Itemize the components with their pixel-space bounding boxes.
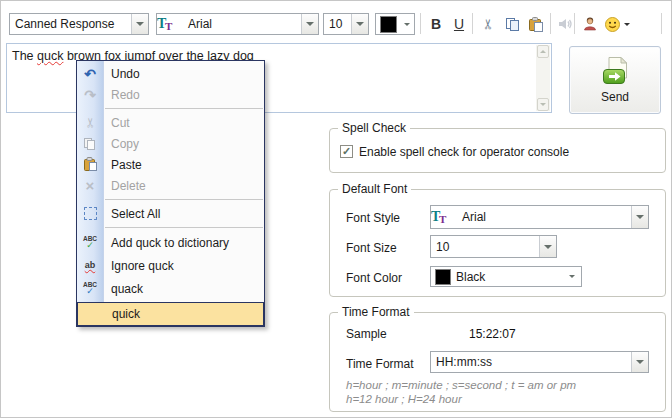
default-font-group-title: Default Font	[338, 182, 411, 196]
canned-response-dropdown-button[interactable]	[131, 14, 148, 34]
suggestion-check-icon: ABC ✓	[83, 282, 97, 296]
color-swatch-icon	[380, 16, 397, 33]
paste-button[interactable]	[525, 13, 547, 35]
default-font-size-value: 10	[431, 240, 539, 254]
delete-icon: ×	[86, 178, 95, 193]
font-style-dropdown-button[interactable]	[631, 206, 648, 228]
menu-separator	[105, 108, 263, 109]
send-icon	[598, 56, 632, 87]
toolbar-separator	[472, 13, 473, 34]
time-format-dropdown-button[interactable]	[631, 352, 648, 372]
operator-icon	[582, 16, 598, 32]
font-color-label: Font Color	[346, 271, 402, 285]
font-size-value: 10	[324, 17, 351, 31]
time-format-note-line2: h=12 hour ; H=24 hour	[346, 393, 462, 405]
menu-item-suggestion-quick[interactable]: quick	[77, 302, 264, 326]
chevron-down-icon	[636, 360, 644, 364]
emoticon-icon	[604, 16, 621, 33]
cut-icon: ✂	[480, 18, 496, 30]
default-font-color-select[interactable]: Black	[430, 266, 582, 287]
font-family-select[interactable]: TT Arial	[156, 13, 319, 35]
font-size-label: Font Size	[346, 241, 397, 255]
time-format-group-title: Time Format	[338, 305, 414, 319]
toolbar-separator	[420, 13, 421, 34]
font-size-dropdown-button[interactable]	[539, 236, 556, 257]
menu-separator	[105, 199, 263, 200]
menu-item-delete[interactable]: × Delete	[77, 175, 264, 196]
chevron-down-icon	[569, 275, 575, 278]
color-swatch-icon	[435, 269, 451, 285]
default-font-color-value: Black	[451, 270, 569, 284]
message-scrollbar[interactable]	[536, 45, 550, 111]
time-format-label: Time Format	[346, 357, 414, 371]
cut-button[interactable]: ✂	[477, 13, 499, 35]
time-format-select[interactable]: HH:mm:ss	[430, 351, 649, 373]
menu-item-redo[interactable]: ↷ Redo	[77, 84, 264, 105]
menu-item-suggestion-quack[interactable]: ABC ✓ quack	[77, 277, 264, 300]
canned-response-select[interactable]: Canned Response	[9, 13, 149, 35]
font-family-value: Arial	[178, 17, 301, 31]
font-size-select[interactable]: 10	[323, 13, 369, 35]
misspelled-word[interactable]: quck	[37, 49, 63, 63]
chevron-down-icon	[136, 22, 144, 26]
chevron-down-icon	[540, 103, 546, 106]
chevron-down-icon	[624, 23, 630, 26]
underline-button[interactable]: U	[448, 13, 470, 35]
chevron-down-icon	[544, 245, 552, 249]
truetype-font-icon: TT	[157, 17, 178, 32]
menu-item-select-all[interactable]: Select All	[77, 203, 264, 224]
add-to-dictionary-icon: ABC ✓	[83, 236, 97, 250]
font-family-dropdown-button[interactable]	[301, 14, 318, 34]
chevron-down-icon	[404, 23, 410, 26]
font-size-dropdown-button[interactable]	[351, 14, 368, 34]
time-format-value: HH:mm:ss	[431, 355, 631, 369]
default-font-size-select[interactable]: 10	[430, 235, 557, 258]
redo-icon: ↷	[84, 88, 96, 102]
underline-icon: U	[454, 16, 464, 32]
scroll-up-button[interactable]	[537, 45, 549, 58]
copy-icon	[83, 137, 97, 151]
menu-item-add-to-dictionary[interactable]: ABC ✓ Add quck to dictionary	[77, 231, 264, 254]
send-button[interactable]: Send	[569, 46, 661, 114]
chevron-down-icon	[356, 22, 364, 26]
bold-icon: B	[431, 16, 441, 32]
scroll-down-button[interactable]	[537, 98, 549, 111]
toolbar-separator	[574, 13, 575, 34]
default-font-group: Default Font Font Style TT Arial Font Si…	[329, 189, 666, 297]
menu-item-ignore-word[interactable]: ab Ignore quck	[77, 254, 264, 277]
context-menu: ↶ Undo ↷ Redo ✂ Cut Copy	[76, 60, 265, 327]
font-color-picker[interactable]	[375, 13, 415, 35]
undo-icon: ↶	[84, 67, 96, 81]
menu-item-copy[interactable]: Copy	[77, 133, 264, 154]
menu-item-paste[interactable]: Paste	[77, 154, 264, 175]
font-style-label: Font Style	[346, 211, 400, 225]
bold-button[interactable]: B	[425, 13, 447, 35]
paste-icon	[83, 157, 98, 172]
toolbar-separator	[661, 13, 662, 34]
paste-icon	[528, 16, 544, 32]
spell-check-checkbox-label: Enable spell check for operator console	[359, 145, 569, 159]
menu-item-cut[interactable]: ✂ Cut	[77, 112, 264, 133]
time-format-group: Time Format Sample 15:22:07 Time Format …	[329, 312, 666, 412]
sound-icon	[557, 16, 573, 32]
copy-button[interactable]	[501, 13, 523, 35]
default-font-style-select[interactable]: TT Arial	[430, 205, 649, 229]
sound-button[interactable]	[554, 13, 576, 35]
ignore-word-icon: ab	[85, 261, 96, 270]
chevron-up-icon	[540, 50, 546, 53]
spell-check-group: Spell Check ✓ Enable spell check for ope…	[329, 128, 666, 173]
spell-check-group-title: Spell Check	[338, 121, 410, 135]
default-font-style-value: Arial	[452, 210, 631, 224]
send-button-label: Send	[601, 90, 629, 104]
copy-icon	[505, 17, 520, 32]
sample-label: Sample	[346, 327, 387, 341]
operator-button[interactable]	[579, 13, 601, 35]
emoticon-button[interactable]	[602, 13, 632, 35]
cut-icon: ✂	[84, 117, 97, 128]
menu-item-undo[interactable]: ↶ Undo	[77, 63, 264, 84]
spell-check-checkbox[interactable]: ✓	[340, 145, 353, 158]
select-all-icon	[84, 207, 97, 220]
menu-separator	[105, 227, 263, 228]
operator-console-window: Canned Response TT Arial 10 B U ✂	[0, 0, 672, 418]
time-format-note-line1: h=hour ; m=minute ; s=second ; t = am or…	[346, 379, 576, 391]
